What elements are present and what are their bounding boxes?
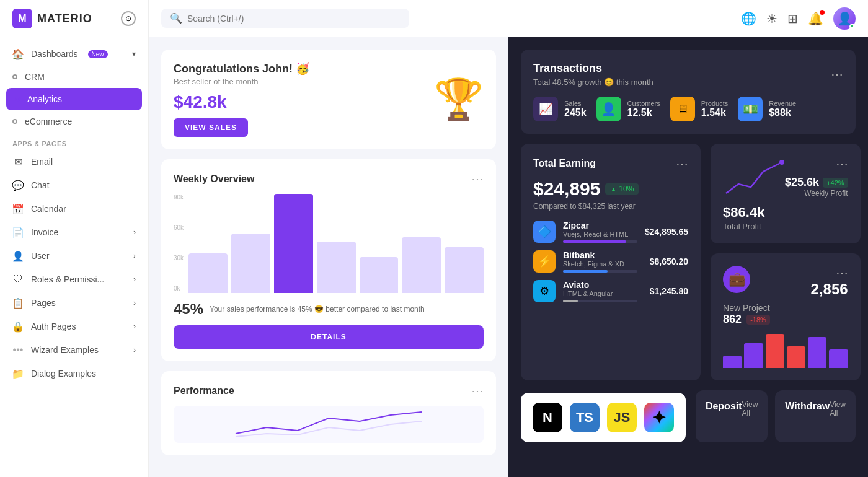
mini-bar-2	[744, 343, 763, 368]
earning-growth-badge: ▲ 10%	[605, 183, 639, 195]
total-profit-label: Total Profit	[723, 222, 848, 231]
search-box[interactable]: 🔍	[161, 9, 409, 28]
avatar[interactable]: 👤	[833, 7, 856, 30]
up-arrow-icon: ▲	[610, 186, 616, 193]
sidebar-item-label: Dialog Examples	[31, 369, 96, 379]
transactions-menu-button[interactable]: ⋯	[831, 67, 843, 82]
withdraw-title: Withdraw	[785, 401, 830, 412]
section-label-apps: APPS & PAGES	[0, 133, 148, 150]
weekly-menu-button[interactable]: ⋯	[471, 172, 484, 186]
chevron-right-icon: ›	[133, 252, 136, 260]
earning-item-aviato: ⚙ Aviato HTML & Angular $1,245.80	[533, 280, 688, 302]
congrats-info: Congratulations John! 🥳 Best seller of t…	[174, 62, 309, 137]
y-label-30k: 30k	[174, 255, 184, 261]
aviato-info: Aviato HTML & Angular	[563, 280, 637, 302]
withdraw-view-all[interactable]: View All	[830, 400, 846, 418]
sidebar-item-label: Wizard Examples	[31, 345, 99, 355]
zipcar-sub: Vuejs, React & HTML	[563, 230, 637, 238]
deposit-view-all[interactable]: View All	[742, 400, 758, 418]
new-project-label: New Project	[723, 303, 848, 313]
sidebar-item-label: eCommerce	[25, 116, 72, 126]
sidebar-item-calendar[interactable]: 📅 Calendar	[0, 197, 148, 221]
transactions-subtitle: Total 48.5% growth 😊 this month	[533, 77, 653, 87]
details-button[interactable]: DETAILS	[174, 325, 484, 349]
revenue-icon: 💵	[738, 97, 763, 121]
performance-percent: 45%	[174, 300, 203, 318]
sidebar-item-auth[interactable]: 🔒 Auth Pages ›	[0, 315, 148, 338]
sidebar-item-user[interactable]: 👤 User ›	[0, 244, 148, 268]
topbar-right: 🌐 ☀ ⊞ 🔔 👤	[741, 7, 856, 30]
zipcar-amount: $24,895.65	[645, 227, 688, 237]
sidebar-nav: 🏠 Dashboards New ▾ CRM Analytics eCommer…	[0, 37, 148, 477]
earning-menu-button[interactable]: ⋯	[676, 156, 688, 171]
transactions-card: Transactions Total 48.5% growth 😊 this m…	[521, 50, 856, 134]
lock-icon: 🔒	[12, 321, 24, 332]
products-icon: 🖥	[670, 97, 695, 121]
y-label-0k: 0k	[174, 285, 184, 292]
revenue-label: Revenue	[769, 100, 796, 107]
bar-2	[231, 234, 270, 293]
search-input[interactable]	[187, 14, 401, 24]
profit-menu-button[interactable]: ⋯	[836, 156, 848, 171]
bar-5	[360, 257, 399, 293]
trans-header-info: Transactions Total 48.5% growth 😊 this m…	[533, 62, 653, 87]
customers-label: Customers	[627, 100, 660, 107]
weekly-profit-badge: +42%	[823, 178, 848, 188]
logo-icon: M	[12, 9, 32, 28]
sidebar-item-dialog[interactable]: 📁 Dialog Examples	[0, 362, 148, 385]
sidebar-item-wizard[interactable]: ••• Wizard Examples ›	[0, 338, 148, 362]
bell-icon[interactable]: 🔔	[808, 11, 823, 26]
project-sub-row: 862 -18%	[723, 313, 848, 326]
theme-toggle[interactable]: ⊙	[121, 11, 136, 26]
translate-icon[interactable]: 🌐	[741, 11, 756, 26]
chevron-right-icon: ›	[133, 322, 136, 331]
sidebar-item-analytics[interactable]: Analytics	[6, 88, 142, 110]
view-sales-button[interactable]: VIEW SALES	[174, 118, 248, 137]
dialog-icon: 📁	[12, 368, 24, 379]
mini-bar-6	[829, 349, 848, 368]
sidebar-item-roles[interactable]: 🛡 Roles & Permissi... ›	[0, 268, 148, 291]
online-indicator	[849, 24, 856, 30]
sidebar-item-chat[interactable]: 💬 Chat	[0, 173, 148, 197]
profit-card-header: ⋯ $25.6k +42% Weekly Profit	[723, 156, 848, 202]
sidebar-item-dashboards[interactable]: 🏠 Dashboards New ▾	[0, 42, 148, 66]
aviato-sub: HTML & Angular	[563, 290, 637, 297]
project-count-area: ⋯ 2,856	[811, 266, 848, 298]
calendar-icon: 📅	[12, 203, 24, 214]
earning-compare: Compared to $84,325 last year	[533, 202, 688, 211]
home-icon: 🏠	[12, 48, 24, 59]
email-icon: ✉	[12, 156, 24, 167]
sidebar-item-ecommerce[interactable]: eCommerce	[0, 110, 148, 133]
earning-amount: $24,895	[533, 178, 600, 199]
y-label-60k: 60k	[174, 224, 184, 231]
total-profit-big-card: ⋯ $25.6k +42% Weekly Profit $86.4k Total…	[711, 144, 861, 243]
performance-title: Performance	[174, 385, 234, 396]
sidebar-item-label: Auth Pages	[31, 322, 76, 331]
performance-card: Performance ⋯	[161, 371, 496, 455]
earning-growth-value: 10%	[619, 185, 634, 193]
sidebar-item-pages[interactable]: 📋 Pages ›	[0, 291, 148, 315]
bitbank-info: Bitbank Sketch, Figma & XD	[563, 250, 637, 273]
aviato-amount: $1,245.80	[650, 286, 688, 296]
grid-icon[interactable]: ⊞	[787, 11, 798, 26]
chat-icon: 💬	[12, 180, 24, 191]
chart-y-axis: 90k 60k 30k 0k	[174, 194, 184, 293]
weekly-chart: 90k 60k 30k 0k	[174, 194, 484, 293]
customers-value: 12.5k	[627, 107, 660, 118]
theme-icon[interactable]: ☀	[766, 11, 777, 26]
bar-6	[402, 237, 441, 293]
bar-7	[445, 247, 484, 293]
project-menu-button[interactable]: ⋯	[836, 266, 848, 281]
earning-row-container: Total Earning ⋯ $24,895 ▲ 10% Compared t…	[521, 144, 856, 380]
sidebar-item-email[interactable]: ✉ Email	[0, 150, 148, 173]
perf-menu-button[interactable]: ⋯	[471, 383, 484, 398]
deposit-title: Deposit	[706, 401, 742, 412]
sidebar-item-invoice[interactable]: 📄 Invoice ›	[0, 221, 148, 244]
chevron-right-icon: ›	[133, 275, 136, 284]
content-right: Transactions Total 48.5% growth 😊 this m…	[508, 37, 868, 477]
sidebar-item-crm[interactable]: CRM	[0, 66, 148, 88]
logo: M MATERIO ⊙	[0, 0, 148, 37]
sales-icon: 📈	[533, 97, 558, 121]
performance-chart	[174, 406, 484, 443]
earning-item-zipcar: 🔷 Zipcar Vuejs, React & HTML $24,895.65	[533, 221, 688, 243]
